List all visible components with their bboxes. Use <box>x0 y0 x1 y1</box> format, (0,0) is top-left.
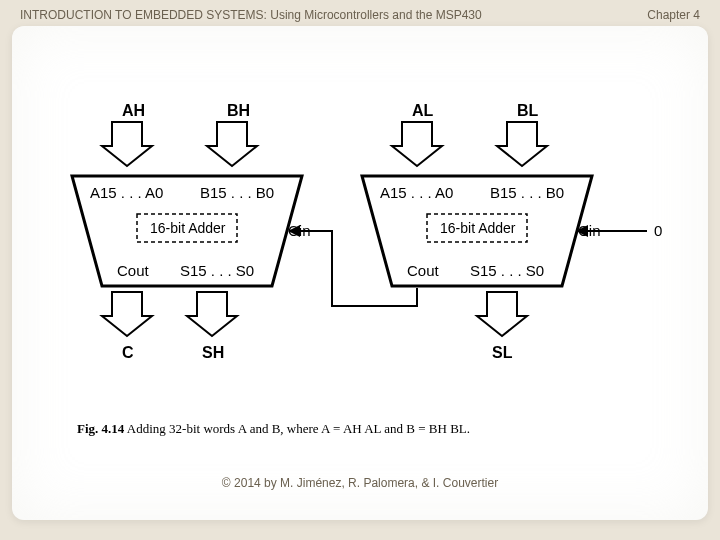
port-b-hi: B15 . . . B0 <box>200 184 274 201</box>
arrow-down-icon <box>497 122 547 166</box>
label-al: AL <box>412 102 434 119</box>
adder-label-hi: 16-bit Adder <box>150 220 226 236</box>
book-title: INTRODUCTION TO EMBEDDED SYSTEMS: Using … <box>20 8 482 22</box>
label-ah: AH <box>122 102 145 119</box>
port-a-hi: A15 . . . A0 <box>90 184 163 201</box>
adder-diagram: AH BH A15 . . . A0 B15 . . . B0 16-bit A… <box>52 96 692 416</box>
figure-number: Fig. 4.14 <box>77 421 124 436</box>
chapter-label: Chapter 4 <box>647 8 700 22</box>
port-b-lo: B15 . . . B0 <box>490 184 564 201</box>
label-bh: BH <box>227 102 250 119</box>
port-s-lo: S15 . . . S0 <box>470 262 544 279</box>
figure-text: Adding 32-bit words A and B, where A = A… <box>124 421 470 436</box>
arrow-down-icon <box>187 292 237 336</box>
content-card: AH BH A15 . . . A0 B15 . . . B0 16-bit A… <box>12 26 708 520</box>
label-sl: SL <box>492 344 513 361</box>
figure-caption: Fig. 4.14 Adding 32-bit words A and B, w… <box>77 421 470 437</box>
label-sh: SH <box>202 344 224 361</box>
port-a-lo: A15 . . . A0 <box>380 184 453 201</box>
page-header: INTRODUCTION TO EMBEDDED SYSTEMS: Using … <box>0 0 720 26</box>
label-c: C <box>122 344 134 361</box>
port-cout-lo: Cout <box>407 262 440 279</box>
copyright-text: © 2014 by M. Jiménez, R. Palomera, & I. … <box>222 476 498 490</box>
arrow-down-icon <box>392 122 442 166</box>
arrow-down-icon <box>477 292 527 336</box>
arrow-down-icon <box>102 122 152 166</box>
arrow-down-icon <box>207 122 257 166</box>
port-s-hi: S15 . . . S0 <box>180 262 254 279</box>
label-zero: 0 <box>654 222 662 239</box>
port-cout-hi: Cout <box>117 262 150 279</box>
arrow-down-icon <box>102 292 152 336</box>
label-bl: BL <box>517 102 539 119</box>
page-footer: © 2014 by M. Jiménez, R. Palomera, & I. … <box>12 476 708 490</box>
adder-label-lo: 16-bit Adder <box>440 220 516 236</box>
